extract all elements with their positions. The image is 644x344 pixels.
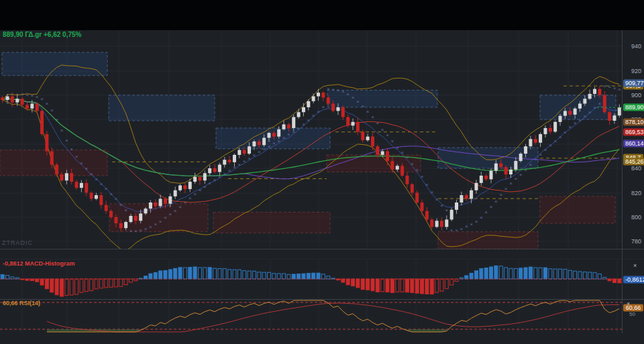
- svg-text:×: ×: [199, 187, 202, 193]
- svg-text:×: ×: [608, 84, 611, 90]
- price-axis-label: 840: [631, 165, 641, 172]
- svg-text:×: ×: [613, 85, 616, 91]
- svg-text:×: ×: [499, 192, 502, 198]
- svg-text:×: ×: [509, 180, 513, 186]
- svg-text:×: ×: [465, 223, 468, 229]
- price-badge: 860,14: [623, 140, 644, 148]
- svg-text:×: ×: [376, 120, 379, 126]
- svg-text:×: ×: [341, 89, 345, 95]
- svg-text:×: ×: [519, 172, 523, 178]
- rsi-panel-canvas[interactable]: [0, 299, 644, 333]
- svg-text:×: ×: [553, 138, 557, 144]
- price-axis-label: 940: [631, 43, 641, 50]
- price-axis-label: 780: [631, 238, 641, 245]
- signal-boxes: [0, 52, 616, 249]
- svg-text:×: ×: [386, 132, 389, 138]
- svg-text:×: ×: [50, 107, 54, 113]
- svg-text:×: ×: [598, 101, 602, 107]
- svg-text:×: ×: [480, 215, 483, 221]
- rsi-axis-marker-icon[interactable]: ×: [627, 300, 630, 307]
- svg-text:×: ×: [346, 91, 350, 97]
- macd-axis-marker-icon[interactable]: ×: [633, 262, 637, 269]
- price-axis-label: 920: [631, 68, 641, 74]
- symbol-quote-label: 889,90 ΓΔ.gr +6,62 0,75%: [3, 31, 81, 38]
- svg-text:×: ×: [154, 221, 157, 227]
- svg-text:×: ×: [484, 209, 488, 215]
- rsi-indicator-label[interactable]: 60,66 RSI(14): [3, 300, 40, 306]
- svg-text:×: ×: [139, 227, 142, 233]
- svg-text:×: ×: [40, 96, 44, 102]
- price-badge: 845,26: [623, 158, 644, 166]
- svg-text:×: ×: [475, 219, 478, 225]
- macd-histogram-bars: [1, 266, 621, 296]
- svg-text:×: ×: [75, 154, 78, 160]
- price-axis-border: [622, 30, 623, 333]
- main-chart-canvas[interactable]: ××××××××××××××××××××××××××××××××××××××××…: [0, 0, 644, 249]
- divider-main-time: [0, 249, 644, 249]
- divider-macd-rsi: [0, 299, 644, 300]
- rsi-line: [47, 300, 619, 332]
- macd-value-badge: -0,8612: [623, 276, 644, 284]
- svg-text:×: ×: [435, 196, 439, 203]
- svg-text:×: ×: [174, 208, 177, 214]
- svg-text:×: ×: [514, 176, 517, 182]
- svg-text:×: ×: [223, 171, 226, 177]
- svg-text:×: ×: [134, 228, 138, 234]
- price-badge: 909,77: [623, 80, 644, 87]
- svg-text:×: ×: [450, 227, 453, 233]
- svg-text:×: ×: [421, 174, 424, 180]
- svg-text:×: ×: [455, 227, 458, 233]
- trading-chart-app: ××××××××××××××××××××××××××××××××××××××××…: [0, 0, 644, 344]
- svg-text:×: ×: [524, 167, 527, 173]
- svg-text:×: ×: [30, 93, 34, 99]
- price-axis-label: 800: [631, 214, 641, 221]
- price-badge: 878,10: [623, 118, 644, 125]
- svg-text:×: ×: [25, 92, 29, 98]
- svg-text:×: ×: [529, 162, 533, 168]
- svg-text:×: ×: [366, 109, 370, 115]
- svg-text:×: ×: [213, 177, 217, 183]
- price-badge: 889,90: [623, 104, 644, 111]
- time-axis[interactable]: Ιουν 620Ιουλ 418Αυγ1629Σεπ 1226Οκτ 1024Ν…: [0, 249, 622, 259]
- svg-text:×: ×: [144, 226, 148, 232]
- divider-time-macd: [0, 259, 644, 260]
- rsi-mid-axis-label: 50: [629, 311, 635, 317]
- svg-text:×: ×: [253, 152, 256, 158]
- svg-text:×: ×: [391, 138, 394, 144]
- svg-text:×: ×: [178, 204, 182, 210]
- svg-text:×: ×: [470, 221, 473, 227]
- svg-text:×: ×: [46, 101, 49, 107]
- svg-text:×: ×: [331, 87, 335, 93]
- svg-text:×: ×: [168, 211, 172, 217]
- svg-text:×: ×: [60, 127, 64, 133]
- svg-text:×: ×: [494, 198, 498, 205]
- svg-text:×: ×: [352, 95, 355, 101]
- svg-text:×: ×: [70, 146, 73, 152]
- svg-text:×: ×: [504, 186, 508, 192]
- svg-text:×: ×: [445, 207, 448, 213]
- svg-text:×: ×: [164, 215, 167, 221]
- macd-panel-canvas[interactable]: [0, 259, 644, 299]
- price-axis-label: 820: [631, 190, 641, 196]
- platform-watermark: ZTRADIC: [2, 239, 33, 246]
- price-badge: 869,53: [623, 129, 644, 136]
- svg-text:×: ×: [65, 137, 68, 144]
- svg-text:×: ×: [490, 204, 493, 210]
- svg-text:×: ×: [193, 191, 197, 197]
- svg-text:×: ×: [327, 86, 330, 92]
- svg-text:×: ×: [36, 94, 39, 100]
- svg-text:×: ×: [337, 87, 340, 93]
- svg-text:×: ×: [460, 226, 464, 232]
- svg-text:×: ×: [361, 103, 364, 109]
- svg-text:×: ×: [603, 83, 606, 89]
- price-axis-label: 900: [631, 92, 641, 99]
- svg-text:×: ×: [356, 99, 360, 105]
- svg-text:×: ×: [381, 127, 384, 133]
- svg-text:×: ×: [159, 219, 162, 225]
- svg-text:×: ×: [189, 195, 192, 201]
- macd-indicator-label[interactable]: -0,8612 MACD-Histogram: [3, 260, 75, 267]
- svg-text:×: ×: [618, 87, 621, 93]
- svg-text:×: ×: [371, 114, 374, 120]
- svg-text:×: ×: [129, 228, 133, 234]
- svg-text:×: ×: [149, 224, 152, 230]
